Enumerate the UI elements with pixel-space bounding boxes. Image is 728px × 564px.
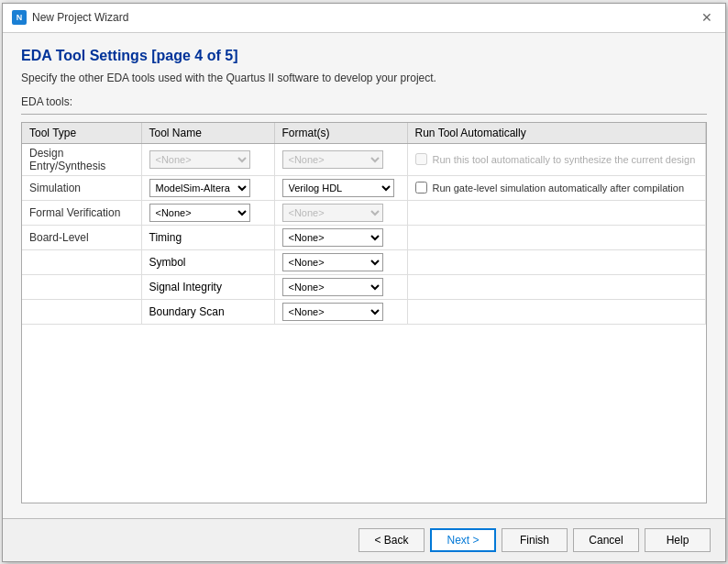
table-row: Formal Verification <None> <N bbox=[22, 200, 706, 225]
col-header-tool-name: Tool Name bbox=[141, 123, 274, 144]
run-auto-symbol bbox=[407, 249, 706, 274]
page-description: Specify the other EDA tools used with th… bbox=[21, 72, 707, 84]
format-formal-verification: <None> bbox=[274, 200, 407, 225]
eda-tools-table: Tool Type Tool Name Format(s) Run Tool A… bbox=[22, 123, 706, 325]
format-design-entry: <None> bbox=[274, 143, 407, 175]
tool-type-empty3 bbox=[22, 299, 141, 324]
window-title: New Project Wizard bbox=[32, 11, 128, 24]
board-sub-boundary-scan: Boundary Scan bbox=[141, 299, 274, 324]
col-header-run-auto: Run Tool Automatically bbox=[407, 123, 706, 144]
col-header-formats: Format(s) bbox=[274, 123, 407, 144]
title-bar: N New Project Wizard ✕ bbox=[3, 4, 725, 33]
format-simulation-select[interactable]: <None> Verilog HDL VHDL SystemVerilog HD… bbox=[282, 179, 394, 197]
tool-type-formal-verification: Formal Verification bbox=[22, 200, 141, 225]
wizard-window: N New Project Wizard ✕ EDA Tool Settings… bbox=[2, 3, 726, 562]
main-content: EDA Tool Settings [page 4 of 5] Specify … bbox=[3, 33, 725, 518]
format-boundary-scan: <None> bbox=[274, 299, 407, 324]
back-button[interactable]: < Back bbox=[358, 528, 425, 552]
board-sub-signal-integrity: Signal Integrity bbox=[141, 274, 274, 299]
table-row: Design Entry/Synthesis <None> bbox=[22, 143, 706, 175]
tool-name-simulation: <None> ModelSim-Altera ModelSim VCS Acti… bbox=[141, 175, 274, 200]
format-timing-select[interactable]: <None> bbox=[282, 228, 383, 247]
format-design-entry-select[interactable]: <None> bbox=[282, 150, 383, 169]
tool-type-board-level: Board-Level bbox=[22, 225, 141, 249]
section-label: EDA tools: bbox=[21, 95, 707, 108]
format-formal-verification-select[interactable]: <None> bbox=[282, 204, 383, 222]
table-header-row: Tool Type Tool Name Format(s) Run Tool A… bbox=[22, 123, 706, 144]
run-auto-design-entry: Run this tool automatically to synthesiz… bbox=[407, 143, 706, 175]
run-auto-timing bbox=[407, 225, 706, 249]
col-header-tool-type: Tool Type bbox=[22, 123, 141, 144]
table-row: Symbol <None> bbox=[22, 249, 706, 274]
board-sub-symbol: Symbol bbox=[141, 249, 274, 274]
tool-type-empty2 bbox=[22, 274, 141, 299]
title-bar-left: N New Project Wizard bbox=[12, 10, 128, 25]
run-auto-signal-integrity bbox=[407, 274, 706, 299]
format-signal-integrity-select[interactable]: <None> bbox=[282, 278, 383, 296]
eda-tools-table-container: Tool Type Tool Name Format(s) Run Tool A… bbox=[21, 122, 707, 503]
run-auto-simulation-checkbox[interactable] bbox=[415, 182, 427, 194]
run-auto-design-entry-checkbox[interactable] bbox=[415, 153, 427, 165]
finish-button[interactable]: Finish bbox=[502, 528, 568, 552]
tool-type-empty bbox=[22, 249, 141, 274]
tool-name-design-entry-select[interactable]: <None> bbox=[149, 150, 250, 169]
tool-name-formal-verification: <None> bbox=[141, 200, 274, 225]
run-auto-simulation-label: Run gate-level simulation automatically … bbox=[433, 182, 685, 194]
format-boundary-scan-select[interactable]: <None> bbox=[282, 303, 383, 321]
format-symbol: <None> bbox=[274, 249, 407, 274]
cancel-button[interactable]: Cancel bbox=[573, 528, 639, 552]
format-symbol-select[interactable]: <None> bbox=[282, 253, 383, 271]
next-button[interactable]: Next > bbox=[430, 528, 496, 552]
table-row: Boundary Scan <None> bbox=[22, 299, 706, 324]
tool-name-formal-verification-select[interactable]: <None> bbox=[149, 204, 250, 222]
format-simulation: <None> Verilog HDL VHDL SystemVerilog HD… bbox=[274, 175, 407, 200]
board-sub-timing: Timing bbox=[141, 225, 274, 249]
table-row: Simulation <None> ModelSim-Altera ModelS… bbox=[22, 175, 706, 200]
run-auto-design-entry-label: Run this tool automatically to synthesiz… bbox=[433, 154, 696, 165]
format-timing: <None> bbox=[274, 225, 407, 249]
table-row: Signal Integrity <None> bbox=[22, 274, 706, 299]
tool-name-simulation-select[interactable]: <None> ModelSim-Altera ModelSim VCS Acti… bbox=[149, 179, 250, 197]
footer: < Back Next > Finish Cancel Help bbox=[3, 518, 725, 561]
tool-type-design-entry: Design Entry/Synthesis bbox=[22, 143, 141, 175]
run-auto-boundary-scan bbox=[407, 299, 706, 324]
wizard-icon: N bbox=[12, 10, 27, 25]
divider bbox=[21, 114, 707, 115]
page-title: EDA Tool Settings [page 4 of 5] bbox=[21, 48, 707, 64]
close-button[interactable]: ✕ bbox=[698, 8, 716, 27]
help-button[interactable]: Help bbox=[645, 528, 711, 552]
run-auto-formal-verification bbox=[407, 200, 706, 225]
format-signal-integrity: <None> bbox=[274, 274, 407, 299]
table-row: Board-Level Timing <None> bbox=[22, 225, 706, 249]
tool-name-design-entry: <None> bbox=[141, 143, 274, 175]
run-auto-simulation: Run gate-level simulation automatically … bbox=[407, 175, 706, 200]
tool-type-simulation: Simulation bbox=[22, 175, 141, 200]
